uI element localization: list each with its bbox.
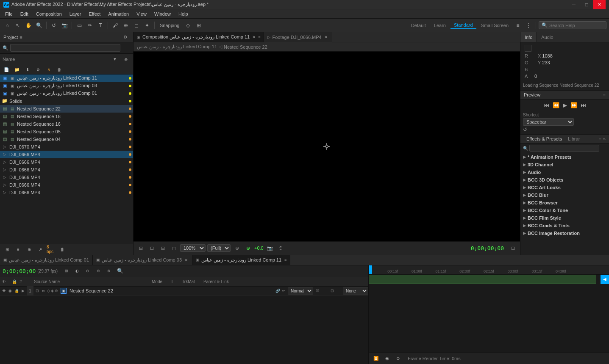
shape-tool-rect[interactable]: ▭ bbox=[75, 21, 84, 30]
motion-path-btn[interactable]: ◇ bbox=[184, 21, 193, 30]
project-search-input[interactable] bbox=[10, 44, 120, 52]
minimize-button[interactable]: ─ bbox=[567, 0, 580, 9]
pen-tool[interactable]: ✏ bbox=[85, 21, 95, 30]
playhead[interactable] bbox=[369, 265, 370, 274]
text-tool[interactable]: T bbox=[96, 21, 105, 30]
brush-tool[interactable]: 🖌 bbox=[111, 21, 120, 30]
project-footer-btn5[interactable]: 8 bpc bbox=[47, 245, 56, 254]
tl-search-icon[interactable]: 🔍 bbox=[117, 268, 123, 274]
project-item-dji0666-3[interactable]: ▷ DJI_0666.MP4 bbox=[0, 166, 133, 174]
project-item-nested05[interactable]: ▤ ▤ Nested Sequence 05 bbox=[0, 128, 133, 135]
layer-link-icon-1[interactable]: 🔗 bbox=[275, 289, 280, 293]
eraser-tool[interactable]: ◻ bbox=[132, 21, 141, 30]
preview-first-btn[interactable]: ⏮ bbox=[544, 102, 549, 108]
grid-btn[interactable]: ⊞ bbox=[194, 21, 203, 30]
menu-effect[interactable]: Effect bbox=[85, 11, 104, 17]
breadcrumb-comp11[interactable]: رودبارچره - زمین عباس Linked Comp 11 bbox=[137, 44, 217, 50]
effect-bcc-blur[interactable]: ▶ BCC Blur bbox=[520, 191, 609, 199]
rotate-tool[interactable]: ↺ bbox=[49, 21, 58, 30]
effect-bcc-film[interactable]: ▶ BCC Film Style bbox=[520, 214, 609, 222]
effect-bcc-img[interactable]: ▶ BCC Image Restoration bbox=[520, 229, 609, 237]
project-item-dji0666-5[interactable]: ▷ DJI_0666.MP4 bbox=[0, 181, 133, 189]
tl-ctrl-btn5[interactable]: ⊗ bbox=[104, 266, 114, 276]
layer-collapse-1[interactable]: ▶ bbox=[20, 288, 26, 294]
menu-composition[interactable]: Composition bbox=[33, 11, 65, 17]
selection-tool[interactable]: ↖ bbox=[13, 21, 22, 30]
project-item-comp01[interactable]: ▣ ▣ رودبارچره - زمین عباس Linked Comp 01 bbox=[0, 90, 133, 97]
tl-ctrl-btn4[interactable]: ⊕ bbox=[94, 266, 103, 276]
project-item-dji0666-1[interactable]: ▷ DJI_0666.MP4 bbox=[0, 151, 133, 158]
effects-menu-icon[interactable]: ≡ bbox=[598, 136, 601, 141]
workspace-standard[interactable]: Standard bbox=[450, 22, 476, 29]
viewer-region-btn[interactable]: ⊡ bbox=[147, 243, 156, 253]
project-item-dji0670[interactable]: ▷ DJI_0670.MP4 bbox=[0, 143, 133, 151]
project-bit-depth[interactable]: 8 bbox=[44, 65, 53, 74]
project-item-comp03[interactable]: ▣ ▣ رودبارچره - زمین عباس Linked Comp 03 bbox=[0, 82, 133, 90]
comp-tab-11[interactable]: ▣ Composition رودبارچره - زمین عباس Link… bbox=[133, 32, 264, 42]
project-new-comp[interactable]: 📄 bbox=[2, 65, 11, 74]
project-item-nested18[interactable]: ▤ ▤ Nested Sequence 18 bbox=[0, 113, 133, 120]
maximize-button[interactable]: □ bbox=[580, 0, 593, 9]
tab-audio[interactable]: Audio bbox=[537, 32, 558, 42]
close-button[interactable]: ✕ bbox=[593, 0, 606, 9]
shortcut-reset-icon[interactable]: ↺ bbox=[523, 127, 606, 132]
tl-bottom-btn3[interactable]: ⊙ bbox=[393, 354, 403, 363]
preview-prev-btn[interactable]: ⏪ bbox=[553, 102, 559, 108]
tab-library[interactable]: Librar bbox=[565, 135, 582, 142]
project-footer-btn6[interactable]: 🗑 bbox=[58, 245, 67, 254]
viewer-mask-btn[interactable]: ◻ bbox=[169, 243, 178, 253]
preview-next-btn[interactable]: ⏩ bbox=[570, 102, 577, 108]
timeline-tab-close-03[interactable]: ✕ bbox=[184, 257, 189, 262]
viewer-camera-btn[interactable]: 📷 bbox=[265, 243, 275, 253]
layer-parent-1[interactable]: None bbox=[343, 287, 368, 295]
menu-file[interactable]: File bbox=[2, 11, 16, 17]
project-item-comp11[interactable]: ▣ ▣ رودبارچره - زمین عباس Linked Comp 11 bbox=[0, 74, 133, 82]
puppet-tool[interactable]: ✦ bbox=[142, 21, 152, 30]
workspace-learn[interactable]: Learn bbox=[431, 22, 449, 29]
layer-lock-1[interactable]: 🔒 bbox=[14, 288, 19, 294]
effect-3d-channel[interactable]: ▶ 3D Channel bbox=[520, 161, 609, 168]
zoom-select[interactable]: 100% 50% 200% bbox=[180, 244, 206, 252]
project-import[interactable]: ⬇ bbox=[23, 65, 32, 74]
layer-name-1[interactable]: Nested Sequence 22 bbox=[68, 288, 275, 293]
project-item-dji0666-4[interactable]: ▷ DJI_0666.MP4 bbox=[0, 174, 133, 181]
tl-ctrl-btn1[interactable]: ⊞ bbox=[62, 266, 71, 276]
clone-tool[interactable]: ⊕ bbox=[121, 21, 131, 30]
footage-tab-close[interactable]: ✕ bbox=[323, 35, 328, 40]
home-button[interactable]: ⌂ bbox=[3, 21, 12, 30]
timeline-timecode[interactable]: 0;00;00;00 bbox=[3, 268, 36, 274]
viewer-grid-btn[interactable]: ⊟ bbox=[158, 243, 167, 253]
project-item-dji0666-2[interactable]: ▷ DJI_0666.MP4 bbox=[0, 158, 133, 166]
layer-visibility-1[interactable]: 👁 bbox=[1, 288, 7, 294]
tab-info[interactable]: Info bbox=[520, 32, 537, 42]
menu-edit[interactable]: Edit bbox=[17, 11, 32, 17]
menu-view[interactable]: View bbox=[133, 11, 150, 17]
layer-3d-1[interactable]: ⊡ bbox=[34, 288, 40, 294]
menu-animation[interactable]: Animation bbox=[105, 11, 132, 17]
project-footer-btn4[interactable]: ↗ bbox=[36, 245, 45, 254]
project-options[interactable]: ⚙ bbox=[120, 33, 130, 42]
effect-bcc-grads[interactable]: ▶ BCC Grads & Tints bbox=[520, 222, 609, 229]
project-footer-btn3[interactable]: ⊕ bbox=[25, 245, 34, 254]
footage-tab-dji[interactable]: ▷ Footage DJI_0666.MP4 ✕ bbox=[264, 32, 332, 42]
workspace-default[interactable]: Default bbox=[408, 22, 429, 29]
project-item-dji0666-6[interactable]: ▷ DJI_0666.MP4 bbox=[0, 189, 133, 196]
layer-motion-1[interactable]: ◇ bbox=[47, 289, 50, 293]
tab-effects-presets[interactable]: Effects & Presets bbox=[524, 135, 565, 142]
workspace-small[interactable]: Small Screen bbox=[478, 22, 512, 29]
viewer-color-btn[interactable]: ⊕ bbox=[243, 243, 253, 253]
effect-bcc-color[interactable]: ▶ BCC Color & Tone bbox=[520, 207, 609, 214]
viewer-sync-btn[interactable]: ⊡ bbox=[508, 243, 517, 253]
tl-ctrl-btn2[interactable]: ◐ bbox=[72, 266, 82, 276]
viewer-snap-btn[interactable]: ⊞ bbox=[136, 243, 145, 253]
breadcrumb-nested22[interactable]: Nested Sequence 22 bbox=[224, 44, 267, 50]
effect-animation-presets[interactable]: ▶ * Animation Presets bbox=[520, 153, 609, 161]
track-end-marker[interactable]: ◀ bbox=[601, 275, 609, 284]
project-menu-icon[interactable]: ≡ bbox=[19, 35, 22, 40]
tl-ctrl-btn3[interactable]: ⊙ bbox=[83, 266, 92, 276]
effects-search-input[interactable] bbox=[529, 145, 599, 152]
timeline-tab-comp01[interactable]: ▣ رودبارچره - زمین عباس Linked Comp 01 bbox=[0, 255, 93, 265]
layer-edit-icon-1[interactable]: ✏ bbox=[282, 289, 285, 293]
zoom-tool[interactable]: 🔍 bbox=[34, 21, 44, 30]
layer-adj-1[interactable]: ◈ bbox=[51, 289, 54, 293]
